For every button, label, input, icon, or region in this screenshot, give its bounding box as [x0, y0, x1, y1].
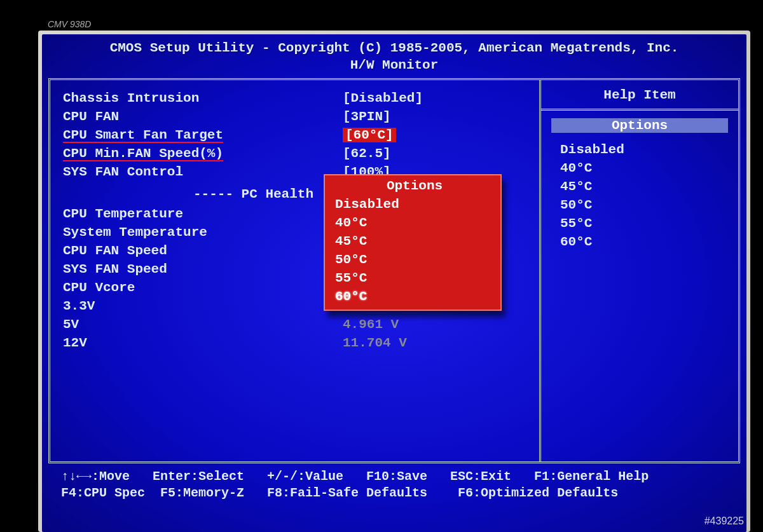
health-label: SYS FAN Speed — [63, 262, 167, 276]
popup-option[interactable]: 40°C — [335, 214, 494, 232]
footer-help-line2: F4:CPU Spec F5:Memory-Z F8:Fail-Safe Def… — [42, 485, 746, 501]
bios-screen: CMOS Setup Utility - Copyright (C) 1985-… — [42, 34, 746, 532]
main-frame: Chassis Intrusion [Disabled] CPU FAN [3P… — [48, 78, 740, 463]
popup-option[interactable]: 55°C — [335, 269, 494, 287]
health-value: 11.704 V — [343, 336, 407, 350]
setting-value-selected: [60°C] — [343, 128, 396, 142]
setting-value: [Disabled] — [343, 91, 423, 106]
setting-row[interactable]: CPU Smart Fan Target [60°C] — [63, 126, 533, 144]
setting-value: [3PIN] — [343, 109, 391, 124]
help-options-list: Disabled 40°C 45°C 50°C 55°C 60°C — [541, 140, 738, 251]
help-option: 50°C — [560, 196, 738, 214]
popup-option[interactable]: 45°C — [335, 232, 494, 250]
options-popup[interactable]: Options Disabled 40°C 45°C 50°C 55°C 60°… — [324, 174, 502, 311]
setting-value: [62.5] — [343, 146, 391, 161]
health-label: CPU Vcore — [63, 280, 135, 295]
health-row: 12V 11.704 V — [63, 334, 533, 352]
settings-panel: Chassis Intrusion [Disabled] CPU FAN [3P… — [50, 80, 539, 461]
help-options-header: Options — [551, 118, 728, 133]
help-option: 55°C — [560, 214, 738, 233]
bios-title: CMOS Setup Utility - Copyright (C) 1985-… — [42, 34, 746, 57]
help-option: Disabled — [560, 140, 738, 159]
popup-option[interactable]: 50°C — [335, 250, 494, 269]
monitor-model-label: CMV 938D — [48, 19, 91, 29]
help-option: 60°C — [560, 233, 738, 251]
footer-help-line1: ↑↓←→:Move Enter:Select +/-/:Value F10:Sa… — [42, 463, 746, 485]
monitor-frame: CMOS Setup Utility - Copyright (C) 1985-… — [38, 31, 750, 532]
help-option: 40°C — [560, 159, 738, 177]
popup-title: Options — [335, 177, 494, 195]
help-panel: Help Item Options Disabled 40°C 45°C 50°… — [539, 80, 738, 461]
help-option: 45°C — [560, 177, 738, 196]
setting-label: Chassis Intrusion — [63, 91, 199, 106]
watermark: #439225 — [705, 515, 744, 527]
setting-row[interactable]: CPU Min.FAN Speed(%) [62.5] — [63, 144, 533, 163]
health-label: 12V — [63, 336, 87, 350]
health-label: CPU FAN Speed — [63, 243, 167, 258]
health-label: 3.3V — [63, 299, 95, 313]
health-label: System Temperature — [63, 225, 207, 240]
setting-row[interactable]: CPU FAN [3PIN] — [63, 107, 533, 126]
popup-option-selected[interactable]: 60°C — [335, 287, 494, 306]
health-label: CPU Temperature — [63, 207, 183, 221]
health-row: 5V 4.961 V — [63, 315, 533, 334]
help-title: Help Item — [541, 80, 738, 111]
health-label: 5V — [63, 317, 79, 332]
setting-row[interactable]: Chassis Intrusion [Disabled] — [63, 89, 533, 107]
bios-subtitle: H/W Monitor — [42, 57, 746, 74]
setting-label: CPU FAN — [63, 109, 119, 124]
health-value: 4.961 V — [343, 317, 399, 332]
setting-label: SYS FAN Control — [63, 165, 183, 179]
popup-option[interactable]: Disabled — [335, 195, 494, 214]
setting-label: CPU Smart Fan Target — [63, 128, 223, 142]
setting-label: CPU Min.FAN Speed(%) — [63, 146, 223, 161]
